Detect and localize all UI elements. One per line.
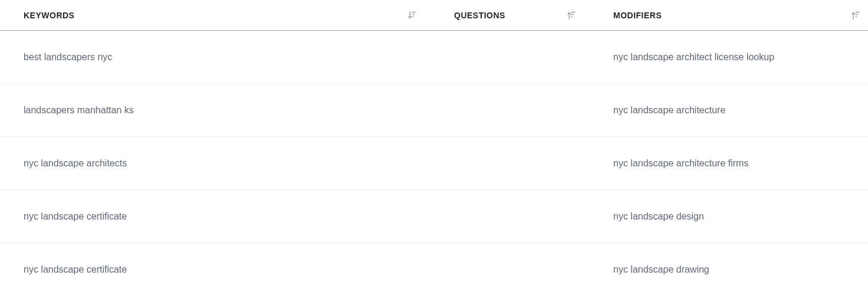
keyword-table: KEYWORDS QUESTIONS [0, 0, 868, 296]
cell-modifiers[interactable]: nyc landscape architect license lookup [584, 52, 868, 63]
sort-asc-icon[interactable] [566, 10, 577, 21]
table-row: nyc landscape architects nyc landscape a… [0, 137, 868, 190]
table-row: nyc landscape certificate nyc landscape … [0, 243, 868, 296]
sort-asc-icon[interactable] [850, 10, 861, 21]
column-label: MODIFIERS [613, 11, 662, 20]
table-header-row: KEYWORDS QUESTIONS [0, 0, 868, 31]
cell-modifiers[interactable]: nyc landscape drawing [584, 264, 868, 275]
cell-keywords[interactable]: nyc landscape certificate [0, 211, 425, 222]
cell-modifiers[interactable]: nyc landscape design [584, 211, 868, 222]
column-header-modifiers[interactable]: MODIFIERS [584, 10, 868, 21]
sort-desc-icon[interactable] [407, 10, 417, 21]
column-header-questions[interactable]: QUESTIONS [425, 10, 584, 21]
column-label: KEYWORDS [24, 11, 74, 20]
cell-modifiers[interactable]: nyc landscape architecture [584, 105, 868, 116]
column-header-keywords[interactable]: KEYWORDS [0, 10, 425, 21]
cell-keywords[interactable]: best landscapers nyc [0, 52, 425, 63]
table-row: nyc landscape certificate nyc landscape … [0, 190, 868, 243]
table-row: landscapers manhattan ks nyc landscape a… [0, 84, 868, 137]
column-label: QUESTIONS [454, 11, 505, 20]
cell-keywords[interactable]: nyc landscape architects [0, 158, 425, 169]
cell-modifiers[interactable]: nyc landscape architecture firms [584, 158, 868, 169]
cell-keywords[interactable]: nyc landscape certificate [0, 264, 425, 275]
cell-keywords[interactable]: landscapers manhattan ks [0, 105, 425, 116]
table-row: best landscapers nyc nyc landscape archi… [0, 31, 868, 84]
